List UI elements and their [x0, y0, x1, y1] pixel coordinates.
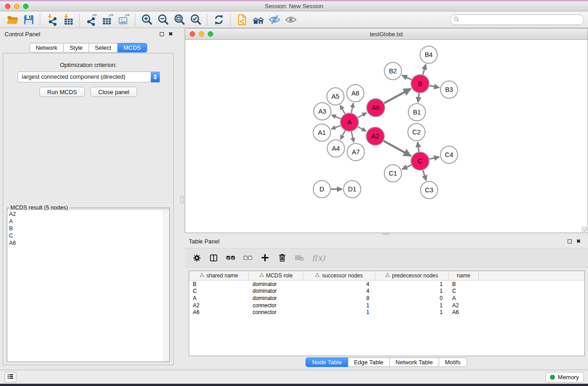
horizontal-splitter-handle[interactable] [382, 233, 390, 235]
edge-A-A7[interactable] [351, 132, 354, 143]
node-A6[interactable]: A6 [367, 99, 385, 117]
edge-B-B1[interactable] [418, 93, 419, 102]
edge-C-C4[interactable] [430, 157, 440, 159]
open-session-icon[interactable] [4, 13, 20, 27]
node-A1[interactable]: A1 [313, 124, 330, 141]
tab-node-table[interactable]: Node Table [306, 357, 348, 367]
node-C[interactable]: C [411, 152, 429, 170]
select-stepper-icon[interactable] [151, 71, 160, 82]
network-canvas[interactable]: AA1A2A3A4A5A6A7A8BB1B2B3B4CC1C2C3C4DD1 [185, 40, 588, 233]
mcds-result-list[interactable]: A2ABCA6 [7, 210, 169, 362]
edge-B-B4[interactable] [423, 64, 426, 75]
node-D[interactable]: D [313, 181, 330, 198]
table-row[interactable]: A6connector11A6 [189, 309, 584, 316]
node-B[interactable]: B [411, 75, 429, 93]
run-mcds-button[interactable]: Run MCDS [39, 87, 85, 97]
node-A4[interactable]: A4 [327, 140, 344, 157]
edge-A-A5[interactable] [340, 105, 345, 114]
node-D1[interactable]: D1 [344, 181, 361, 198]
edge-C-C2[interactable] [418, 142, 419, 152]
minimize-window-icon[interactable] [14, 4, 19, 9]
export-table-icon[interactable] [99, 13, 115, 27]
zoom-selected-icon[interactable] [187, 13, 204, 27]
mcds-list-scrollbar[interactable] [163, 210, 169, 362]
home-icon[interactable] [250, 13, 266, 27]
new-network-icon[interactable] [234, 13, 250, 27]
refresh-icon[interactable] [210, 13, 227, 27]
float-table-panel-icon[interactable] [568, 239, 572, 243]
zoom-out-icon[interactable] [155, 13, 171, 27]
column-header-MCDS-role[interactable]: MCDS role [249, 271, 303, 280]
network-close-icon[interactable] [190, 31, 195, 37]
table-row[interactable]: A2connector11A2 [189, 302, 584, 309]
edge-A6-B[interactable] [384, 89, 411, 103]
export-network-icon[interactable] [83, 13, 99, 27]
mcds-result-item[interactable]: A [7, 218, 169, 225]
edge-C-C3[interactable] [423, 170, 426, 181]
edge-A-A1[interactable] [331, 125, 341, 129]
edge-A-A8[interactable] [351, 103, 353, 113]
search-input-field[interactable] [461, 17, 580, 23]
node-C4[interactable]: C4 [440, 146, 458, 163]
column-header-successor-nodes[interactable]: successor nodes [303, 271, 375, 280]
vertical-splitter-handle[interactable] [180, 196, 184, 203]
memory-button[interactable]: Memory [545, 372, 584, 382]
zoom-in-icon[interactable] [139, 13, 155, 27]
node-B2[interactable]: B2 [384, 62, 402, 80]
table-row[interactable]: Cdominator41C [189, 288, 584, 295]
edge-A-A6[interactable] [358, 113, 366, 118]
edge-A2-C[interactable] [383, 141, 411, 156]
node-B3[interactable]: B3 [440, 81, 458, 98]
network-window-titlebar[interactable]: testGlobe.txt [185, 29, 588, 40]
split-table-icon[interactable] [209, 253, 218, 262]
tab-mcds[interactable]: MCDS [118, 43, 147, 52]
tab-motifs[interactable]: Motifs [439, 357, 467, 367]
select-all-rows-icon[interactable] [226, 253, 235, 262]
edge-B-B2[interactable] [402, 75, 411, 80]
table-settings-icon[interactable] [192, 253, 201, 262]
deselect-all-rows-icon[interactable] [243, 253, 253, 262]
edge-C-C1[interactable] [402, 165, 411, 169]
close-panel-icon[interactable]: ✖ [168, 32, 173, 36]
import-network-icon[interactable] [43, 13, 60, 27]
float-panel-icon[interactable] [160, 32, 164, 36]
node-A3[interactable]: A3 [314, 103, 331, 120]
node-A8[interactable]: A8 [347, 85, 364, 102]
edge-A-A3[interactable] [331, 115, 340, 119]
add-row-icon[interactable] [260, 253, 270, 262]
node-A2[interactable]: A2 [366, 127, 384, 145]
tab-edge-table[interactable]: Edge Table [348, 357, 390, 367]
export-image-icon[interactable] [115, 13, 132, 27]
network-minimize-icon[interactable] [199, 31, 204, 37]
node-B4[interactable]: B4 [420, 46, 437, 63]
import-table-icon[interactable] [60, 13, 76, 27]
node-A7[interactable]: A7 [347, 143, 364, 161]
close-window-icon[interactable] [5, 4, 10, 9]
table-row[interactable]: Bdominator41B [189, 281, 584, 288]
edge-A-A2[interactable] [358, 127, 366, 131]
node-A5[interactable]: A5 [327, 88, 344, 105]
node-table[interactable]: shared nameMCDS rolesuccessor nodesprede… [189, 271, 585, 356]
task-history-button[interactable] [5, 372, 16, 382]
hide-graphics-details-icon[interactable] [266, 13, 282, 27]
tab-select[interactable]: Select [89, 43, 118, 52]
mcds-result-item[interactable]: C [7, 232, 169, 239]
save-session-icon[interactable] [20, 13, 37, 27]
tab-style[interactable]: Style [64, 43, 89, 52]
search-input[interactable] [450, 14, 584, 25]
tab-network-table[interactable]: Network Table [390, 357, 439, 367]
zoom-fit-icon[interactable] [171, 13, 187, 27]
close-table-panel-icon[interactable]: ✖ [576, 239, 581, 243]
column-header-shared-name[interactable]: shared name [189, 271, 249, 280]
mcds-result-item[interactable]: B [7, 225, 169, 232]
column-header-predecessor-nodes[interactable]: predecessor nodes [375, 271, 449, 280]
node-B1[interactable]: B1 [408, 104, 425, 121]
column-header-name[interactable]: name [449, 271, 479, 280]
network-maximize-icon[interactable] [208, 31, 213, 37]
edge-A-A4[interactable] [340, 131, 345, 140]
node-C1[interactable]: C1 [384, 165, 402, 182]
tab-network[interactable]: Network [29, 43, 64, 52]
node-C2[interactable]: C2 [408, 124, 425, 141]
delete-rows-icon[interactable] [277, 253, 287, 262]
close-panel-button[interactable]: Close panel [91, 87, 137, 97]
